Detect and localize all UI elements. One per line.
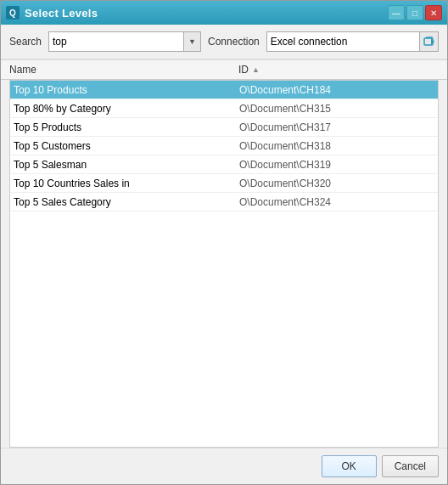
- connection-input[interactable]: [267, 32, 419, 51]
- cancel-button[interactable]: Cancel: [382, 455, 439, 477]
- search-wrapper: ▼: [48, 31, 201, 52]
- cell-name: Top 5 Sales Category: [14, 196, 239, 208]
- cell-name: Top 5 Products: [14, 121, 239, 133]
- cell-id: O\Document\CH315: [239, 103, 434, 115]
- cell-name: Top 5 Customers: [14, 140, 239, 152]
- column-header-id[interactable]: ID ▲: [238, 64, 439, 76]
- column-header-name[interactable]: Name: [9, 64, 238, 76]
- sort-arrow-icon: ▲: [252, 65, 260, 74]
- table-row[interactable]: Top 10 Countries Sales inO\Document\CH32…: [10, 174, 438, 193]
- cell-name: Top 10 Countries Sales in: [14, 178, 239, 189]
- cell-name: Top 5 Salesman: [14, 159, 239, 171]
- cell-id: O\Document\CH318: [239, 140, 434, 152]
- maximize-button[interactable]: □: [406, 5, 423, 20]
- ok-button[interactable]: OK: [322, 455, 377, 477]
- table-body: Top 10 ProductsO\Document\CH184Top 80% b…: [9, 80, 439, 448]
- table-row[interactable]: Top 10 ProductsO\Document\CH184: [10, 81, 438, 99]
- table-row[interactable]: Top 5 ProductsO\Document\CH317: [10, 118, 438, 137]
- app-icon: Q: [6, 6, 20, 20]
- table-header: Name ID ▲: [1, 59, 447, 80]
- cell-name: Top 10 Products: [14, 84, 239, 96]
- title-bar-controls: — □ ✕: [388, 5, 442, 20]
- table-row[interactable]: Top 80% by CategoryO\Document\CH315: [10, 99, 438, 118]
- table-row[interactable]: Top 5 CustomersO\Document\CH318: [10, 137, 438, 155]
- cell-id: O\Document\CH317: [239, 121, 434, 133]
- select-levels-window: Q Select Levels — □ ✕ Search ▼ Connectio…: [0, 0, 448, 485]
- cell-id: O\Document\CH184: [239, 84, 434, 96]
- minimize-button[interactable]: —: [388, 5, 405, 20]
- search-input[interactable]: [49, 32, 183, 51]
- table-row[interactable]: Top 5 Sales CategoryO\Document\CH324: [10, 193, 438, 211]
- connection-label: Connection: [208, 36, 260, 48]
- cell-id: O\Document\CH320: [239, 178, 434, 189]
- search-dropdown-button[interactable]: ▼: [183, 32, 200, 51]
- toolbar: Search ▼ Connection: [1, 25, 447, 59]
- search-label: Search: [9, 36, 42, 48]
- cell-id: O\Document\CH324: [239, 196, 434, 208]
- footer: OK Cancel: [1, 448, 447, 484]
- title-bar-left: Q Select Levels: [6, 6, 98, 20]
- title-bar: Q Select Levels — □ ✕: [1, 1, 447, 25]
- cell-name: Top 80% by Category: [14, 103, 239, 115]
- table-row[interactable]: Top 5 SalesmanO\Document\CH319: [10, 155, 438, 174]
- window-title: Select Levels: [25, 7, 98, 20]
- cell-id: O\Document\CH319: [239, 159, 434, 171]
- connection-wrapper: [266, 31, 439, 52]
- close-button[interactable]: ✕: [425, 5, 442, 20]
- connection-browse-button[interactable]: [419, 32, 438, 51]
